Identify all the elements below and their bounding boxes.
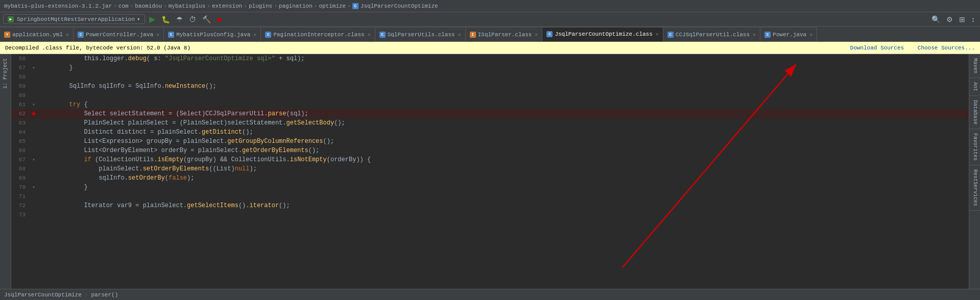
download-sources-link[interactable]: Download Sources (850, 45, 904, 51)
fold-icon: ▾ (32, 65, 35, 71)
class-icon: C (667, 32, 674, 38)
line-number: 67 (11, 155, 30, 164)
close-icon[interactable]: ✕ (156, 32, 159, 38)
choose-sources-link[interactable]: Choose Sources... (918, 45, 975, 51)
tab-application-yml[interactable]: Y application.yml ✕ (0, 27, 74, 41)
breakpoint-icon[interactable]: ● (32, 110, 36, 118)
line-number: 65 (11, 137, 30, 146)
gutter (30, 192, 38, 201)
close-icon[interactable]: ✕ (458, 32, 461, 38)
line-number: 56 (11, 54, 30, 63)
favorites-panel-tab[interactable]: Favorites (969, 129, 980, 165)
ant-panel-tab[interactable]: Ant (969, 78, 980, 96)
line-content (38, 72, 969, 82)
status-method: parser() (91, 292, 118, 298)
table-row: 57 ▾ } (11, 63, 969, 72)
line-number: 58 (11, 72, 30, 82)
line-number: 57 (11, 63, 30, 72)
close-icon[interactable]: ✕ (656, 31, 659, 37)
layout-button[interactable]: ⊞ (957, 14, 967, 24)
breadcrumb-class[interactable]: JsqlParserCountOptimize (361, 3, 438, 9)
main-layout: 1: Project 56 this.logger.debug( s: "Jsq… (0, 54, 980, 289)
vcs-button[interactable]: ↕ (969, 14, 977, 24)
table-row: 59 SqlInfo sqlInfo = SqlInfo.newInstance… (11, 82, 969, 91)
table-row: 69 sqlInfo.setOrderBy(false); (11, 173, 969, 183)
tabs-bar: Y application.yml ✕ C PowerController.ja… (0, 27, 980, 42)
breadcrumb-pagination[interactable]: pagination (279, 3, 313, 9)
run-config-selector[interactable]: ▶ SpringbootMqttRestServerApplication ▾ (3, 14, 145, 24)
table-row: 63 PlainSelect plainSelect = (PlainSelec… (11, 118, 969, 128)
tab-label: application.yml (12, 32, 63, 38)
line-number: 66 (11, 146, 30, 155)
close-icon[interactable]: ✕ (753, 32, 756, 38)
tab-power-java[interactable]: C Power.java ✕ (760, 27, 817, 41)
line-content: sqlInfo.setOrderBy(false); (38, 173, 969, 183)
run-button[interactable]: ▶ (147, 13, 157, 25)
toolbar: ▶ SpringbootMqttRestServerApplication ▾ … (0, 12, 980, 27)
java-icon: C (168, 32, 174, 38)
tab-isqlparser[interactable]: I ISqlParser.class ✕ (466, 27, 543, 41)
line-number: 70 (11, 183, 30, 192)
breadcrumb-extension[interactable]: extension (212, 3, 242, 9)
tab-ccjsqlparser-util[interactable]: C CCJSqlParserUtil.class ✕ (663, 27, 760, 41)
tab-mybatisplus-config[interactable]: C MybatisPlusConfig.java ✕ (164, 27, 261, 41)
tab-label: JsqlParserCountOptimize.class (555, 31, 652, 37)
gutter (30, 173, 38, 183)
gutter: ▾ (30, 183, 38, 192)
close-icon[interactable]: ✕ (809, 32, 812, 38)
tab-jsqlparser-count-optimize[interactable]: C JsqlParserCountOptimize.class ✕ (542, 27, 663, 41)
breadcrumb-plugins[interactable]: plugins (249, 3, 272, 9)
gutter (30, 128, 38, 137)
gutter (30, 164, 38, 173)
gutter (30, 210, 38, 219)
line-content: this.logger.debug( s: "JsqlParserCountOp… (38, 54, 969, 63)
class-icon: C (352, 3, 358, 9)
project-panel-label[interactable]: 1: Project (3, 58, 8, 89)
right-panels: Maven Ant Database Favorites RestService… (969, 54, 980, 289)
tab-power-controller[interactable]: C PowerController.java ✕ (74, 27, 164, 41)
line-content: } (38, 183, 969, 192)
breadcrumb-com[interactable]: com (118, 3, 129, 9)
line-number: 69 (11, 173, 30, 183)
line-number: 64 (11, 128, 30, 137)
profile-button[interactable]: ⏱ (187, 14, 198, 24)
debug-button[interactable]: 🐛 (159, 14, 172, 24)
maven-panel-tab[interactable]: Maven (969, 54, 980, 78)
stop-button[interactable]: ■ (215, 14, 223, 24)
line-number: 59 (11, 82, 30, 91)
rest-services-panel-tab[interactable]: RestServices (969, 165, 980, 211)
fold-icon: ▾ (32, 157, 35, 163)
table-row: 71 (11, 192, 969, 201)
notification-text: Decompiled .class file, bytecode version… (5, 45, 190, 51)
close-icon[interactable]: ✕ (535, 32, 538, 38)
gutter: ● (30, 109, 38, 118)
breadcrumb-baomidou[interactable]: baomidou (135, 3, 162, 9)
run-config-label: SpringbootMqttRestServerApplication (17, 16, 135, 22)
line-content: if (CollectionUtils.isEmpty(groupBy) && … (38, 155, 969, 164)
settings-button[interactable]: ⚙ (944, 14, 955, 24)
close-icon[interactable]: ✕ (66, 32, 69, 38)
table-row: 68 plainSelect.setOrderByElements((List)… (11, 164, 969, 173)
java-icon: C (78, 32, 84, 38)
tab-sqlparser-utils[interactable]: C SqlParserUtils.class ✕ (375, 27, 466, 41)
fold-icon: ▾ (32, 185, 35, 190)
editor-area[interactable]: 56 this.logger.debug( s: "JsqlParserCoun… (11, 54, 969, 289)
search-everywhere-button[interactable]: 🔍 (929, 14, 942, 24)
line-content: List<OrderByElement> orderBy = plainSele… (38, 146, 969, 155)
breadcrumb-jar[interactable]: mybatis-plus-extension-3.1.2.jar (4, 3, 112, 9)
tab-pagination-interceptor[interactable]: C PaginationInterceptor.class ✕ (261, 27, 375, 41)
breadcrumb-optimize[interactable]: optimize (319, 3, 346, 9)
database-panel-tab[interactable]: Database (969, 96, 980, 129)
coverage-button[interactable]: ☂ (174, 14, 185, 24)
status-breadcrumb: JsqlParserCountOptimize (4, 292, 82, 298)
close-icon[interactable]: ✕ (253, 32, 256, 38)
line-content: Iterator var9 = plainSelect.getSelectIte… (38, 201, 969, 210)
fold-icon: ▾ (32, 102, 35, 108)
build-button[interactable]: 🔨 (200, 14, 213, 24)
line-content (38, 91, 969, 100)
table-row: 73 (11, 210, 969, 219)
table-row: 58 (11, 72, 969, 82)
breadcrumb-mybatisplus[interactable]: mybatisplus (169, 3, 206, 9)
table-row: 65 List<Expression> groupBy = plainSelec… (11, 137, 969, 146)
close-icon[interactable]: ✕ (368, 32, 371, 38)
